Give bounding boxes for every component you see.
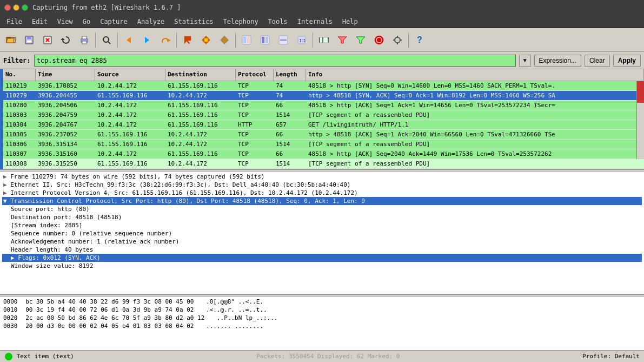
detail-dst-port-text: Destination port: 48518 (48518)	[11, 214, 122, 221]
pkt-time: 3936.237052	[36, 130, 95, 139]
pkt-time: 3936.315134	[36, 140, 95, 149]
detail-ip-line[interactable]: ▶ Internet Protocol Version 4, Src: 61.1…	[2, 189, 642, 197]
col-header-source[interactable]: Source	[95, 69, 165, 81]
pkt-proto: TCP	[236, 110, 274, 120]
col-header-time[interactable]: Time	[36, 69, 95, 81]
titlebar: Capturing from eth2 [Wireshark 1.6.7 ]	[0, 0, 644, 15]
goto-button[interactable]	[157, 31, 174, 49]
packet-row[interactable]: 110305 3936.237052 61.155.169.116 10.2.4…	[3, 130, 644, 140]
pkt-len: 1514	[274, 110, 306, 120]
resize-cols-button[interactable]	[315, 31, 333, 49]
detail-win-size[interactable]: Window size value: 8192	[2, 262, 642, 270]
pkt-time: 3936.170852	[36, 81, 95, 90]
save-packets-button[interactable]	[21, 31, 38, 49]
expression-button[interactable]: Expression...	[534, 55, 581, 67]
detail-hdr-len[interactable]: Header length: 40 bytes	[2, 246, 642, 254]
close-capture-button[interactable]	[39, 31, 56, 49]
menu-statistics[interactable]: Statistics	[170, 17, 217, 27]
menu-tools[interactable]: Tools	[264, 17, 292, 27]
detail-ack-text: Acknowledgement number: 1 (relative ack …	[11, 238, 179, 245]
expand-icon: ▶	[3, 181, 10, 188]
menu-go[interactable]: Go	[78, 17, 95, 27]
zoom-in-button[interactable]	[256, 31, 274, 49]
close-button[interactable]	[4, 4, 11, 11]
packet-row[interactable]: 110219 3936.170852 10.2.44.172 61.155.16…	[3, 81, 644, 91]
display-filters-button[interactable]	[352, 31, 369, 49]
menu-file[interactable]: File	[2, 17, 26, 27]
packet-row[interactable]: 110280 3936.204506 10.2.44.172 61.155.16…	[3, 101, 644, 110]
main-content: No. Time Source Destination Protocol Len…	[0, 69, 644, 350]
pkt-no: 110303	[3, 110, 36, 120]
col-header-no[interactable]: No.	[3, 69, 36, 81]
packet-row[interactable]: 110307 3936.315160 10.2.44.172 61.155.16…	[3, 149, 644, 159]
packet-row[interactable]: 110279 3936.204455 61.155.169.116 10.2.4…	[3, 91, 644, 101]
pkt-time: 3936.315250	[36, 159, 95, 168]
col-header-dest[interactable]: Destination	[165, 69, 236, 81]
packet-row[interactable]: 110304 3936.204767 10.2.44.172 61.155.16…	[3, 120, 644, 130]
packet-row[interactable]: 110306 3936.315134 61.155.169.116 10.2.4…	[3, 140, 644, 149]
detail-eth-line[interactable]: ▶ Ethernet II, Src: H3cTechn_99:f3:3c (3…	[2, 181, 642, 189]
detail-stream-text: [Stream index: 2885]	[11, 222, 82, 229]
print-button[interactable]	[76, 31, 93, 49]
detail-seq-num[interactable]: Sequence number: 0 (relative sequence nu…	[2, 229, 642, 238]
hex-offset: 0010	[3, 306, 18, 313]
back-button[interactable]	[120, 31, 137, 49]
forward-button[interactable]	[138, 31, 156, 49]
detail-frame-line[interactable]: ▶ Frame 110279: 74 bytes on wire (592 bi…	[2, 173, 642, 181]
capture-stop-button[interactable]	[197, 31, 215, 49]
col-header-proto[interactable]: Protocol	[236, 69, 274, 81]
detail-dst-port[interactable]: Destination port: 48518 (48518)	[2, 213, 642, 221]
zoom-out-button[interactable]	[275, 31, 292, 49]
detail-src-port[interactable]: Source port: http (80)	[2, 205, 642, 213]
detail-flags-text: Flags: 0x012 (SYN, ACK)	[18, 254, 100, 261]
toolbar-sep-1	[95, 32, 96, 48]
open-button[interactable]	[2, 31, 19, 49]
menu-view[interactable]: View	[53, 17, 77, 27]
minimize-button[interactable]	[13, 4, 19, 11]
packet-row[interactable]: 110308 3936.315250 61.155.169.116 10.2.4…	[3, 159, 644, 169]
menu-internals[interactable]: Internals	[293, 17, 337, 27]
svg-rect-24	[243, 37, 246, 43]
capture-filters-button[interactable]	[334, 31, 351, 49]
menu-telephony[interactable]: Telephony	[219, 17, 263, 27]
capture-start-button[interactable]	[179, 31, 196, 49]
packet-list-scrollbar[interactable]	[636, 81, 644, 159]
detail-flags-line[interactable]: ▶ Flags: 0x012 (SYN, ACK)	[2, 254, 642, 262]
scrollbar-thumb	[637, 81, 644, 103]
pkt-proto: TCP	[236, 159, 274, 168]
menu-help[interactable]: Help	[338, 17, 362, 27]
find-packet-button[interactable]	[98, 31, 115, 49]
filter-dropdown-button[interactable]: ▼	[519, 55, 531, 67]
hex-ascii: .<..@.r. ..=..t..	[206, 306, 267, 313]
menu-analyze[interactable]: Analyze	[133, 17, 169, 27]
menu-edit[interactable]: Edit	[28, 17, 52, 27]
svg-rect-4	[26, 40, 32, 43]
window-controls	[4, 4, 28, 11]
pkt-time: 3936.204455	[36, 91, 95, 100]
coloring-button[interactable]	[238, 31, 255, 49]
col-header-info[interactable]: Info	[306, 69, 644, 81]
reload-button[interactable]	[57, 31, 75, 49]
maximize-button[interactable]	[22, 4, 28, 11]
detail-tcp-line[interactable]: ▼ Transmission Control Protocol, Src Por…	[2, 197, 642, 205]
normal-size-button[interactable]: 1:1	[293, 31, 310, 49]
packet-row[interactable]: 110303 3936.204759 10.2.44.172 61.155.16…	[3, 110, 644, 120]
pkt-no: 110280	[3, 101, 36, 110]
capture-restart-button[interactable]	[216, 31, 233, 49]
detail-stream-idx[interactable]: [Stream index: 2885]	[2, 221, 642, 229]
filter-input[interactable]	[34, 55, 516, 67]
colorize-button[interactable]	[370, 31, 388, 49]
clear-filter-button[interactable]: Clear	[585, 55, 610, 67]
menu-capture[interactable]: Capture	[96, 17, 132, 27]
pkt-dst: 10.2.44.172	[165, 91, 236, 100]
detail-ack-num[interactable]: Acknowledgement number: 1 (relative ack …	[2, 238, 642, 246]
pkt-info: [TCP segment of a reassembled PDU]	[306, 159, 644, 168]
prefs-button[interactable]	[389, 31, 406, 49]
help-button[interactable]: ?	[411, 31, 428, 49]
apply-filter-button[interactable]: Apply	[613, 55, 641, 67]
col-header-len[interactable]: Length	[274, 69, 306, 81]
svg-marker-15	[145, 37, 149, 43]
detail-tcp-text: Transmission Control Protocol, Src Port:…	[10, 198, 365, 205]
hex-offset: 0030	[3, 322, 18, 330]
pkt-dst: 61.155.169.116	[165, 101, 236, 110]
